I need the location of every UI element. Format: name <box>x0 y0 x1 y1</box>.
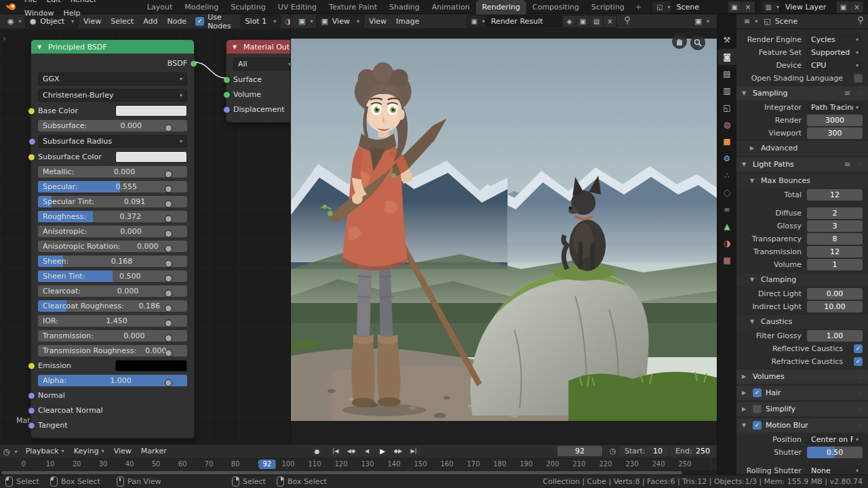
pan-view-button[interactable] <box>672 34 687 49</box>
tab-layout[interactable]: Layout <box>141 0 178 14</box>
scene-name[interactable]: Scene <box>671 1 728 13</box>
principled-bsdf-header[interactable]: ▼ Principled BSDF <box>31 40 194 54</box>
image-canvas[interactable] <box>291 29 717 444</box>
input-socket-tangent[interactable] <box>28 422 35 429</box>
material-output-header[interactable]: ▼ Material Out <box>226 40 290 54</box>
widget-filter-glossy[interactable]: 1.00 <box>807 330 863 342</box>
fake-user-shield-icon[interactable]: ◈ <box>562 16 576 27</box>
region-expand-arrow[interactable]: › <box>3 33 6 43</box>
node-slider-metallic[interactable]: Metallic:0.000 <box>38 166 187 178</box>
display-channels-dropdown[interactable]: ▣ ▾ <box>692 17 713 26</box>
widget-device[interactable]: CPU▾ <box>807 60 863 71</box>
node-slider-clearcoat-roughness[interactable]: Clearcoat Roughness:0.186 <box>38 300 187 312</box>
input-socket-transmission[interactable] <box>165 334 172 342</box>
frame-ruler[interactable]: 0102030405060708090100110120130140150160… <box>0 459 717 470</box>
color-swatch[interactable] <box>115 151 187 163</box>
checkbox-reflective-caustics[interactable]: ✓ <box>854 344 863 353</box>
input-socket-sheen[interactable] <box>165 260 172 267</box>
checkbox-refractive-caustics[interactable]: ✓ <box>854 357 863 366</box>
widget-volume[interactable]: 1 <box>807 259 863 270</box>
input-socket-roughness[interactable] <box>165 215 172 222</box>
input-socket-base-color[interactable] <box>28 107 35 115</box>
input-socket-surface[interactable] <box>223 76 231 83</box>
editor-type-selector[interactable]: ◷ ▾ <box>0 447 21 456</box>
properties-tab-texture[interactable]: ▦ <box>717 252 736 268</box>
input-socket-metallic[interactable] <box>165 170 172 178</box>
node-slider-sheen[interactable]: Sheen:0.168 <box>38 256 187 267</box>
blender-logo[interactable] <box>5 3 16 11</box>
panel-toggle-icon[interactable]: ▼ <box>742 161 749 167</box>
panel-toggle-icon[interactable]: ▼ <box>742 90 749 96</box>
node-enum-ggx[interactable]: GGX▾ <box>38 73 187 85</box>
properties-tab-physics[interactable]: ◌ <box>717 184 736 201</box>
presets-icon[interactable]: ≡ <box>844 160 850 169</box>
widget-rolling-shutter[interactable]: None▾ <box>807 465 863 474</box>
node-slider-specular-tint[interactable]: Specular Tint:0.091 <box>38 196 187 207</box>
panel-light-paths[interactable]: ▼Light Paths≡∷ <box>736 157 868 171</box>
checkbox-hair[interactable]: ✓ <box>753 388 762 397</box>
widget-render-engine[interactable]: Cycles▾ <box>807 34 863 45</box>
checkbox-open-shading-language[interactable] <box>854 74 863 83</box>
panel-toggle-icon[interactable]: ▶ <box>742 390 749 396</box>
menu-view[interactable]: View <box>109 445 136 458</box>
menu-help[interactable]: Help <box>58 7 85 20</box>
unlink-scene-button[interactable]: × <box>741 1 755 13</box>
panel-sampling[interactable]: ▼Sampling≡∷ <box>736 85 868 100</box>
panel-toggle-icon[interactable]: ▶ <box>742 406 749 412</box>
menu-image[interactable]: Image <box>391 15 424 28</box>
widget-direct-light[interactable]: 0.00 <box>807 288 863 300</box>
widget-render[interactable]: 3000 <box>807 115 863 126</box>
pin-icon[interactable] <box>624 16 631 26</box>
menu-node[interactable]: Node <box>162 15 191 28</box>
panel-max-bounces[interactable]: ▼Max Bounces <box>736 173 868 188</box>
pin-icon[interactable] <box>857 16 864 26</box>
use-nodes-toggle[interactable]: ✓ Use Nodes <box>195 13 231 30</box>
input-socket-clearcoat-roughness[interactable] <box>165 304 172 312</box>
node-canvas[interactable]: › ▼ Principled BSDF BSDFGGX▾Christensen-… <box>0 29 290 444</box>
tab-scripting[interactable]: Scripting <box>585 0 631 14</box>
prev-frame-button[interactable]: ◀ <box>359 446 374 456</box>
new-scene-button[interactable]: ▣ <box>728 1 741 13</box>
principled-bsdf-node[interactable]: ▼ Principled BSDF BSDFGGX▾Christensen-Bu… <box>31 39 195 439</box>
remove-view-layer-button[interactable]: × <box>850 1 863 13</box>
widget-shutter[interactable]: 0.50 <box>807 447 863 458</box>
jump-to-end-button[interactable]: ▶| <box>406 446 421 456</box>
tab-compositing[interactable]: Compositing <box>526 0 585 14</box>
properties-tab-particles[interactable]: ∴ <box>717 167 736 184</box>
input-socket-subsurface-radius[interactable] <box>28 138 36 145</box>
widget-feature-set[interactable]: Supported▾ <box>807 47 863 58</box>
image-datablock[interactable]: ▣ ▾ Render Result ◈ ▣ ▤ × <box>467 15 617 28</box>
node-slider-roughness[interactable]: Roughness:0.372 <box>38 211 187 222</box>
input-socket-specular-tint[interactable] <box>165 200 172 207</box>
menu-marker[interactable]: Marker <box>136 445 172 458</box>
properties-tab-scene[interactable]: ◱ <box>717 100 736 116</box>
zoom-view-button[interactable] <box>690 35 705 50</box>
color-swatch[interactable] <box>115 360 187 371</box>
panel-toggle-icon[interactable]: ▼ <box>742 422 749 428</box>
panel-simplify[interactable]: ▶Simplify∷ <box>736 401 868 416</box>
widget-integrator[interactable]: Path Tracing▾ <box>807 102 863 113</box>
panel-toggle-icon[interactable]: ▼ <box>750 277 757 283</box>
add-workspace-button[interactable]: + <box>631 0 646 14</box>
input-socket-transmission-roughness[interactable] <box>165 349 172 357</box>
tab-shading[interactable]: Shading <box>383 0 426 14</box>
record-button[interactable]: ● <box>311 446 323 456</box>
checkbox-motion-blur[interactable]: ✓ <box>753 421 762 430</box>
input-socket-alpha[interactable] <box>165 379 172 386</box>
node-slider-anisotropic-rotation[interactable]: Anisotropic Rotation:0.000 <box>38 241 187 252</box>
tab-uv-editing[interactable]: UV Editing <box>272 0 323 14</box>
tab-rendering[interactable]: Rendering <box>476 0 526 14</box>
node-slider-alpha[interactable]: Alpha:1.000 <box>38 375 187 386</box>
node-slider-subsurface[interactable]: Subsurface:0.000 <box>38 120 187 131</box>
panel-toggle-icon[interactable]: ▶ <box>750 145 757 151</box>
menu-add[interactable]: Add <box>138 15 162 28</box>
view-layer-selector[interactable]: ▥ ▾ View Layer ▣ × <box>761 1 864 14</box>
checkbox-simplify[interactable] <box>753 405 762 413</box>
panel-advanced[interactable]: ▶Advanced <box>736 140 868 155</box>
input-socket-ior[interactable] <box>165 319 172 327</box>
properties-tab-tool[interactable]: ⚒ <box>717 32 736 48</box>
widget-transmission[interactable]: 12 <box>807 246 863 258</box>
panel-caustics[interactable]: ▼Caustics <box>736 314 868 329</box>
input-socket-volume[interactable] <box>223 91 231 98</box>
node-enum-subsurface-radius[interactable]: Subsurface Radius▾ <box>38 135 187 148</box>
